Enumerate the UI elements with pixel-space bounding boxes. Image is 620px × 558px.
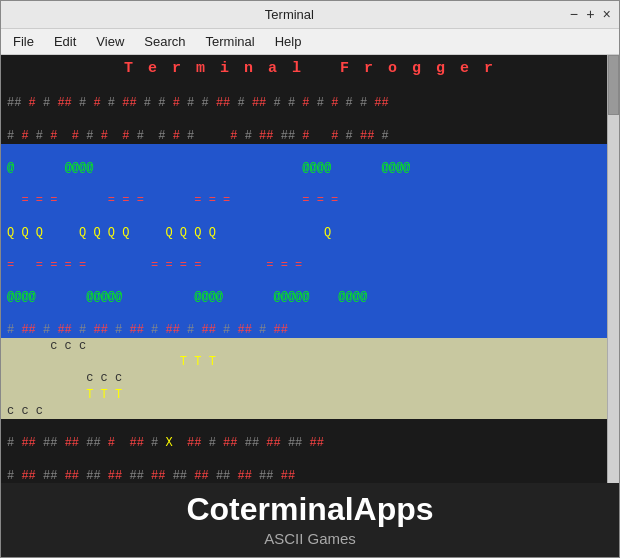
menu-help[interactable]: Help — [267, 32, 310, 51]
window-title: Terminal — [9, 7, 570, 22]
road-bottom-line-2: # ## ## ## ## ## ## ## ## ## ## ## ## ## — [1, 451, 619, 483]
menu-edit[interactable]: Edit — [46, 32, 84, 51]
river-line-1: @ @@@@ @@@@ @@@@ — [1, 144, 619, 176]
minimize-button[interactable]: − — [570, 7, 578, 23]
river-line-5: @@@@ @@@@@ @@@@ @@@@@ @@@@ — [1, 273, 619, 305]
safe-line-2: T T T — [1, 354, 619, 370]
game-title: T e r m i n a l F r o g g e r — [1, 55, 619, 79]
game-title-text: T e r m i n a l F r o g g e r — [124, 60, 496, 77]
terminal-window: Terminal − + × File Edit View Search Ter… — [0, 0, 620, 558]
river-line-2: = = = = = = = = = = = = — [1, 176, 619, 208]
menu-terminal[interactable]: Terminal — [198, 32, 263, 51]
scrollbar-thumb[interactable] — [608, 55, 619, 115]
branding-footer: CoterminalApps ASCII Games — [1, 483, 619, 557]
road-top-section: ## # # ## # # # ## # # # # # ## # ## # #… — [1, 79, 619, 144]
road-bottom-line-1: # ## ## ## ## # ## # X ## # ## ## ## ## … — [1, 419, 619, 451]
title-bar: Terminal − + × — [1, 1, 619, 29]
river-line-3: Q Q Q Q Q Q Q Q Q Q Q Q — [1, 209, 619, 241]
road-top-line-1: ## # # ## # # # ## # # # # # ## # ## # #… — [1, 79, 619, 111]
terminal-content: T e r m i n a l F r o g g e r ## # # ## … — [1, 55, 619, 483]
road-bottom-section: # ## ## ## ## # ## # X ## # ## ## ## ## … — [1, 419, 619, 483]
road-top-line-2: # # # # # # # # # # # # # # ## ## # # # … — [1, 111, 619, 143]
river-line-6: # ## # ## # ## # ## # ## # ## # ## # ## — [1, 306, 619, 338]
menu-bar: File Edit View Search Terminal Help — [1, 29, 619, 55]
scrollbar[interactable] — [607, 55, 619, 483]
brand-title: CoterminalApps — [186, 491, 433, 528]
window-controls: − + × — [570, 7, 611, 23]
menu-file[interactable]: File — [5, 32, 42, 51]
river-section: @ @@@@ @@@@ @@@@ = = = = = = = = = = = =… — [1, 144, 619, 338]
safe-line-5: c c c — [1, 403, 619, 419]
brand-subtitle: ASCII Games — [264, 530, 356, 547]
safe-line-3: c c c — [1, 370, 619, 386]
safe-zone: c c c T T T c c c T T T c c c — [1, 338, 619, 419]
river-line-4: = = = = = = = = = = = = — [1, 241, 619, 273]
safe-line-4: T T T — [1, 387, 619, 403]
safe-line-1: c c c — [1, 338, 619, 354]
close-button[interactable]: × — [603, 7, 611, 23]
menu-search[interactable]: Search — [136, 32, 193, 51]
maximize-button[interactable]: + — [586, 7, 594, 23]
menu-view[interactable]: View — [88, 32, 132, 51]
